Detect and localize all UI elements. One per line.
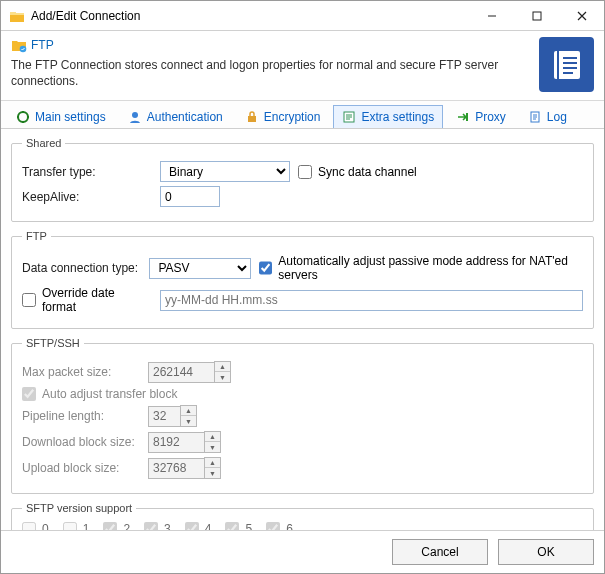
checkbox-auto-adjust-nat[interactable]: Automatically adjust passive mode addres…	[259, 254, 583, 282]
minimize-button[interactable]	[469, 1, 514, 30]
spinner-max-packet-size[interactable]: ▲▼	[148, 361, 231, 383]
label-transfer-type: Transfer type:	[22, 165, 152, 179]
spinner-download-block-size[interactable]: ▲▼	[148, 431, 221, 453]
help-book-icon[interactable]	[539, 37, 594, 92]
close-button[interactable]	[559, 1, 604, 30]
group-ftp: FTP Data connection type: PASV Automatic…	[11, 230, 594, 329]
group-sftp-legend: SFTP/SSH	[22, 337, 84, 349]
tab-main-settings[interactable]: Main settings	[7, 105, 115, 128]
tab-extra-settings[interactable]: Extra settings	[333, 105, 443, 128]
connection-description: The FTP Connection stores connect and lo…	[11, 57, 501, 89]
header: FTP The FTP Connection stores connect an…	[1, 31, 604, 101]
label-upload-block-size: Upload block size:	[22, 461, 140, 475]
label-download-block-size: Download block size:	[22, 435, 140, 449]
label-keepalive: KeepAlive:	[22, 190, 152, 204]
dialog-window: Add/Edit Connection FTP The FTP Connecti…	[0, 0, 605, 574]
tab-log[interactable]: Log	[519, 105, 576, 128]
group-sftp-ssh: SFTP/SSH Max packet size: ▲▼ Auto adjust…	[11, 337, 594, 494]
tab-content: Shared Transfer type: Binary Sync data c…	[1, 129, 604, 561]
spin-down-icon[interactable]: ▼	[215, 372, 230, 382]
svg-rect-12	[466, 113, 468, 121]
spinner-upload-block-size[interactable]: ▲▼	[148, 457, 221, 479]
checkbox-auto-adjust-transfer-block[interactable]: Auto adjust transfer block	[22, 387, 177, 401]
label-data-connection-type: Data connection type:	[22, 261, 141, 275]
tab-encryption[interactable]: Encryption	[236, 105, 330, 128]
cancel-button[interactable]: Cancel	[392, 539, 488, 565]
group-shared: Shared Transfer type: Binary Sync data c…	[11, 137, 594, 222]
connection-type-text: FTP	[31, 38, 54, 52]
app-icon	[9, 8, 25, 24]
window-title: Add/Edit Connection	[31, 9, 469, 23]
maximize-button[interactable]	[514, 1, 559, 30]
combo-data-connection-type[interactable]: PASV	[149, 258, 251, 279]
svg-rect-0	[533, 12, 541, 20]
tab-bar: Main settings Authentication Encryption …	[1, 101, 604, 129]
connection-type-label: FTP	[11, 37, 531, 53]
label-max-packet-size: Max packet size:	[22, 365, 140, 379]
checkbox-override-date-format[interactable]: Override date format	[22, 286, 152, 314]
spinner-pipeline-length[interactable]: ▲▼	[148, 405, 197, 427]
input-keepalive[interactable]	[160, 186, 220, 207]
svg-rect-10	[248, 116, 256, 122]
group-shared-legend: Shared	[22, 137, 65, 149]
tab-proxy[interactable]: Proxy	[447, 105, 515, 128]
label-pipeline-length: Pipeline length:	[22, 409, 140, 423]
svg-point-9	[132, 112, 138, 118]
svg-point-8	[18, 112, 28, 122]
group-sftp-version-legend: SFTP version support	[22, 502, 136, 514]
group-ftp-legend: FTP	[22, 230, 51, 242]
spin-up-icon[interactable]: ▲	[215, 362, 230, 372]
checkbox-sync-data-channel[interactable]: Sync data channel	[298, 165, 417, 179]
dialog-footer: Cancel OK	[1, 530, 604, 573]
input-date-format[interactable]	[160, 290, 583, 311]
svg-rect-3	[557, 51, 559, 79]
titlebar: Add/Edit Connection	[1, 1, 604, 31]
tab-authentication[interactable]: Authentication	[119, 105, 232, 128]
combo-transfer-type[interactable]: Binary	[160, 161, 290, 182]
ok-button[interactable]: OK	[498, 539, 594, 565]
